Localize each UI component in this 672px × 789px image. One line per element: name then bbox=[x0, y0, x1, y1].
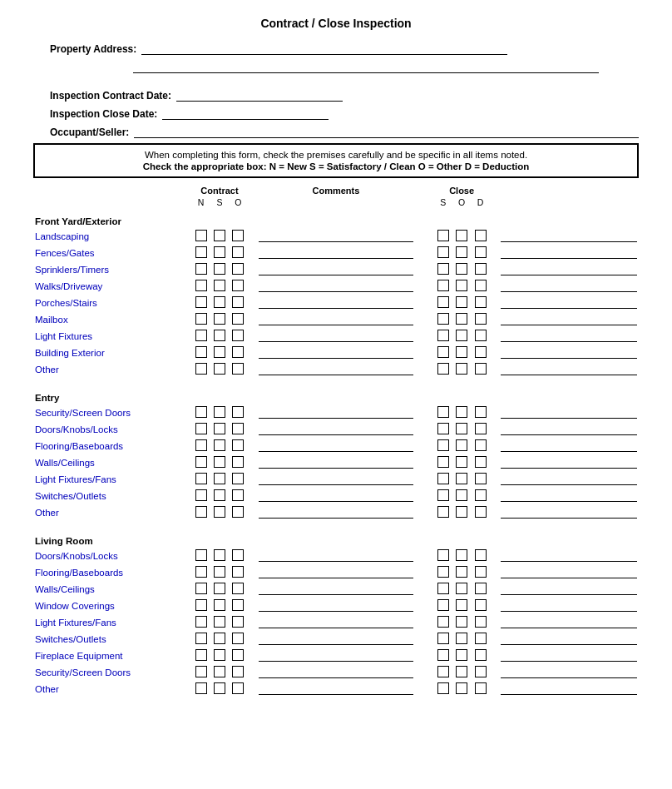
cb-n-2-8[interactable] bbox=[191, 681, 210, 697]
cb-o-2-7[interactable] bbox=[229, 664, 247, 681]
cb-n-1-4[interactable] bbox=[191, 471, 210, 488]
cb-cs-1-6[interactable] bbox=[434, 504, 452, 521]
cb-s-2-2[interactable] bbox=[210, 581, 229, 598]
cb-s-1-4[interactable] bbox=[210, 471, 229, 488]
cb-n-0-0[interactable] bbox=[191, 228, 210, 245]
cb-co-2-8[interactable] bbox=[452, 681, 471, 697]
cb-n-0-8[interactable] bbox=[191, 361, 210, 378]
cb-cd-1-2[interactable] bbox=[471, 438, 489, 454]
cb-n-0-4[interactable] bbox=[191, 295, 210, 311]
cb-s-0-3[interactable] bbox=[210, 278, 229, 295]
cb-n-1-6[interactable] bbox=[191, 504, 210, 521]
cb-cd-0-6[interactable] bbox=[471, 328, 489, 345]
cb-s-2-6[interactable] bbox=[210, 648, 229, 664]
cb-co-2-5[interactable] bbox=[452, 631, 471, 648]
cb-o-0-4[interactable] bbox=[229, 295, 247, 311]
cb-cs-2-3[interactable] bbox=[434, 598, 452, 614]
cb-co-0-5[interactable] bbox=[452, 311, 471, 328]
cb-co-2-0[interactable] bbox=[452, 548, 471, 564]
cb-cd-0-5[interactable] bbox=[471, 311, 489, 328]
cb-n-2-5[interactable] bbox=[191, 631, 210, 648]
cb-o-1-2[interactable] bbox=[229, 438, 247, 454]
cb-co-0-0[interactable] bbox=[452, 228, 471, 245]
cb-n-1-0[interactable] bbox=[191, 404, 210, 421]
cb-cd-2-4[interactable] bbox=[471, 614, 489, 631]
cb-cd-1-3[interactable] bbox=[471, 454, 489, 471]
cb-cs-0-3[interactable] bbox=[434, 278, 452, 295]
cb-cs-2-0[interactable] bbox=[434, 548, 452, 564]
cb-cs-2-7[interactable] bbox=[434, 664, 452, 681]
cb-s-1-2[interactable] bbox=[210, 438, 229, 454]
cb-cs-0-5[interactable] bbox=[434, 311, 452, 328]
cb-o-2-1[interactable] bbox=[229, 564, 247, 581]
cb-cd-1-4[interactable] bbox=[471, 471, 489, 488]
cb-cd-0-4[interactable] bbox=[471, 295, 489, 311]
cb-cs-1-5[interactable] bbox=[434, 488, 452, 504]
cb-cs-0-8[interactable] bbox=[434, 361, 452, 378]
cb-cd-0-2[interactable] bbox=[471, 261, 489, 278]
cb-cs-1-1[interactable] bbox=[434, 421, 452, 438]
cb-co-2-4[interactable] bbox=[452, 614, 471, 631]
cb-cd-2-0[interactable] bbox=[471, 548, 489, 564]
cb-cs-0-2[interactable] bbox=[434, 261, 452, 278]
cb-s-2-3[interactable] bbox=[210, 598, 229, 614]
cb-co-0-7[interactable] bbox=[452, 345, 471, 361]
cb-s-0-6[interactable] bbox=[210, 328, 229, 345]
cb-co-2-2[interactable] bbox=[452, 581, 471, 598]
cb-s-1-6[interactable] bbox=[210, 504, 229, 521]
cb-cs-1-0[interactable] bbox=[434, 404, 452, 421]
cb-co-1-5[interactable] bbox=[452, 488, 471, 504]
cb-o-2-8[interactable] bbox=[229, 681, 247, 697]
cb-s-1-1[interactable] bbox=[210, 421, 229, 438]
cb-co-2-7[interactable] bbox=[452, 664, 471, 681]
cb-n-1-2[interactable] bbox=[191, 438, 210, 454]
cb-s-1-5[interactable] bbox=[210, 488, 229, 504]
cb-cd-1-5[interactable] bbox=[471, 488, 489, 504]
cb-n-2-2[interactable] bbox=[191, 581, 210, 598]
cb-cd-2-5[interactable] bbox=[471, 631, 489, 648]
cb-cs-1-2[interactable] bbox=[434, 438, 452, 454]
cb-n-0-5[interactable] bbox=[191, 311, 210, 328]
cb-cs-2-6[interactable] bbox=[434, 648, 452, 664]
cb-o-2-5[interactable] bbox=[229, 631, 247, 648]
cb-cs-2-5[interactable] bbox=[434, 631, 452, 648]
cb-s-1-3[interactable] bbox=[210, 454, 229, 471]
cb-cd-1-0[interactable] bbox=[471, 404, 489, 421]
cb-o-1-6[interactable] bbox=[229, 504, 247, 521]
cb-co-2-6[interactable] bbox=[452, 648, 471, 664]
cb-n-1-3[interactable] bbox=[191, 454, 210, 471]
cb-cd-1-1[interactable] bbox=[471, 421, 489, 438]
cb-n-2-1[interactable] bbox=[191, 564, 210, 581]
cb-cd-0-3[interactable] bbox=[471, 278, 489, 295]
cb-s-0-7[interactable] bbox=[210, 345, 229, 361]
cb-n-0-3[interactable] bbox=[191, 278, 210, 295]
cb-co-0-4[interactable] bbox=[452, 295, 471, 311]
cb-cd-2-6[interactable] bbox=[471, 648, 489, 664]
cb-s-2-7[interactable] bbox=[210, 664, 229, 681]
cb-n-1-1[interactable] bbox=[191, 421, 210, 438]
cb-n-2-6[interactable] bbox=[191, 648, 210, 664]
cb-co-0-3[interactable] bbox=[452, 278, 471, 295]
cb-cs-1-3[interactable] bbox=[434, 454, 452, 471]
cb-o-0-5[interactable] bbox=[229, 311, 247, 328]
cb-co-0-2[interactable] bbox=[452, 261, 471, 278]
cb-o-2-6[interactable] bbox=[229, 648, 247, 664]
cb-s-0-1[interactable] bbox=[210, 245, 229, 261]
cb-o-2-2[interactable] bbox=[229, 581, 247, 598]
cb-o-2-0[interactable] bbox=[229, 548, 247, 564]
cb-o-2-4[interactable] bbox=[229, 614, 247, 631]
cb-n-0-2[interactable] bbox=[191, 261, 210, 278]
cb-s-0-8[interactable] bbox=[210, 361, 229, 378]
cb-n-2-3[interactable] bbox=[191, 598, 210, 614]
cb-n-0-7[interactable] bbox=[191, 345, 210, 361]
cb-co-2-3[interactable] bbox=[452, 598, 471, 614]
cb-cd-2-2[interactable] bbox=[471, 581, 489, 598]
cb-o-1-1[interactable] bbox=[229, 421, 247, 438]
cb-s-0-4[interactable] bbox=[210, 295, 229, 311]
cb-s-2-8[interactable] bbox=[210, 681, 229, 697]
cb-n-0-6[interactable] bbox=[191, 328, 210, 345]
cb-co-0-1[interactable] bbox=[452, 245, 471, 261]
cb-cs-0-6[interactable] bbox=[434, 328, 452, 345]
cb-cs-0-1[interactable] bbox=[434, 245, 452, 261]
cb-cs-2-1[interactable] bbox=[434, 564, 452, 581]
